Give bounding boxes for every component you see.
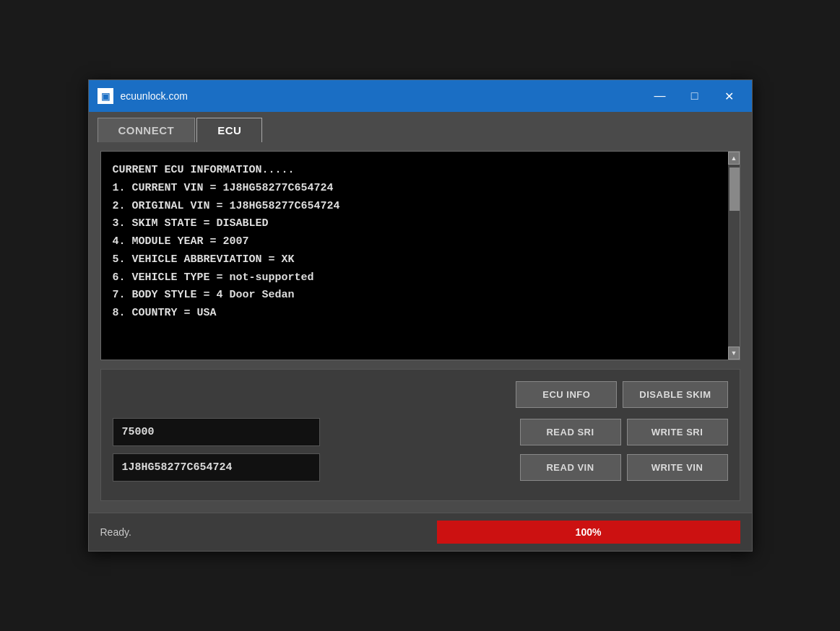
progress-bar: 100% — [437, 521, 740, 544]
titlebar-controls: — □ ✕ — [644, 85, 746, 107]
top-button-row: ECU INFO DISABLE SKIM — [113, 381, 728, 408]
info-line-0: CURRENT ECU INFORMATION..... — [113, 162, 716, 180]
titlebar-title: ecuunlock.com — [121, 90, 188, 102]
write-vin-button[interactable]: WRITE VIN — [627, 454, 728, 481]
write-sri-button[interactable]: WRITE SRI — [627, 419, 728, 445]
app-icon: ▣ — [98, 88, 113, 104]
maximize-button[interactable]: □ — [678, 85, 711, 107]
minimize-button[interactable]: — — [644, 85, 677, 107]
bottom-panel: ECU INFO DISABLE SKIM READ SRI WRITE SRI… — [100, 369, 740, 501]
ecu-info-display: CURRENT ECU INFORMATION..... 1. CURRENT … — [100, 151, 740, 360]
tab-ecu[interactable]: ECU — [196, 118, 262, 142]
tab-connect[interactable]: CONNECT — [98, 118, 196, 142]
info-line-4: 4. MODULE YEAR = 2007 — [113, 233, 716, 251]
scroll-down-arrow[interactable]: ▼ — [728, 347, 740, 360]
close-button[interactable]: ✕ — [713, 85, 746, 107]
main-window: ▣ ecuunlock.com — □ ✕ CONNECT ECU CURREN… — [88, 79, 753, 552]
vin-input[interactable] — [113, 453, 320, 482]
read-vin-button[interactable]: READ VIN — [520, 454, 621, 481]
scroll-track — [729, 165, 740, 347]
sri-input[interactable] — [113, 418, 320, 446]
info-line-7: 7. BODY STYLE = 4 Door Sedan — [113, 287, 716, 305]
info-line-8: 8. COUNTRY = USA — [113, 305, 716, 323]
info-line-5: 5. VEHICLE ABBREVIATION = XK — [113, 251, 716, 269]
read-sri-button[interactable]: READ SRI — [520, 419, 621, 445]
info-line-3: 3. SKIM STATE = DISABLED — [113, 215, 716, 233]
ecu-info-text: CURRENT ECU INFORMATION..... 1. CURRENT … — [101, 152, 728, 360]
scrollbar[interactable]: ▲ ▼ — [728, 152, 740, 360]
tab-bar: CONNECT ECU — [89, 112, 752, 142]
scroll-up-arrow[interactable]: ▲ — [728, 152, 740, 165]
titlebar: ▣ ecuunlock.com — □ ✕ — [89, 80, 752, 112]
vin-row: READ VIN WRITE VIN — [113, 453, 728, 482]
disable-skim-button[interactable]: DISABLE SKIM — [623, 381, 727, 408]
ecu-info-button[interactable]: ECU INFO — [516, 381, 617, 408]
info-line-6: 6. VEHICLE TYPE = not-supported — [113, 269, 716, 287]
titlebar-left: ▣ ecuunlock.com — [98, 88, 188, 104]
status-text: Ready. — [100, 526, 131, 538]
info-line-1: 1. CURRENT VIN = 1J8HG58277C654724 — [113, 180, 716, 198]
info-line-2: 2. ORIGINAL VIN = 1J8HG58277C654724 — [113, 198, 716, 216]
status-bar: Ready. 100% — [89, 513, 752, 551]
sri-row: READ SRI WRITE SRI — [113, 418, 728, 446]
scroll-thumb[interactable] — [729, 167, 740, 211]
main-content: CURRENT ECU INFORMATION..... 1. CURRENT … — [89, 142, 752, 513]
